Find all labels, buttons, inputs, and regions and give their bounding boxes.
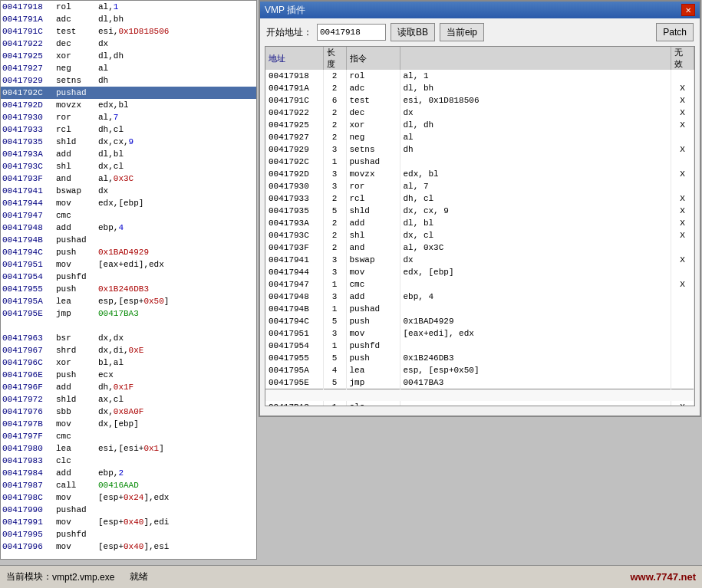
asm-row[interactable]: 00417983 clc	[1, 455, 256, 467]
vmp-row-addr: 0041793A	[265, 217, 323, 229]
asm-row[interactable]: 0041792C pushad	[1, 87, 256, 99]
asm-row[interactable]: 00417996 mov [esp+0x40],esi	[1, 540, 256, 553]
vmp-table-row[interactable]: 0041792C 1 pushad	[265, 156, 694, 168]
asm-row[interactable]: 0041794B pushad	[1, 234, 256, 246]
asm-row[interactable]: 00417947 cmc	[1, 209, 256, 222]
vmp-row-flag: X	[671, 143, 694, 156]
asm-mnemonic: rol	[54, 1, 97, 13]
asm-row[interactable]: 00417967 shrd dx,di,0xE	[1, 344, 256, 356]
asm-row[interactable]: 00417963 bsr dx,dx	[1, 332, 256, 344]
vmp-row-ops: esp, [esp+0x50]	[400, 364, 671, 376]
vmp-row-addr: 0041795A	[265, 364, 323, 376]
asm-operands: dx,0x8A0F	[97, 406, 256, 418]
vmp-row-ins: jmp	[346, 376, 400, 389]
asm-row[interactable]: 00417948 add ebp,4	[1, 222, 256, 234]
vmp-table-row[interactable]: 0041793A 2 add dl, bl X	[265, 217, 694, 229]
vmp-row-ops: dl, bh	[400, 82, 671, 94]
asm-row[interactable]: 0041795E jmp 00417BA3	[1, 307, 256, 320]
asm-row[interactable]: 0041793A add dl,bl	[1, 148, 256, 160]
asm-row[interactable]: 00417980 lea esi,[esi+0x1]	[1, 442, 256, 455]
asm-row[interactable]: 00417929 setns dh	[1, 74, 256, 87]
vmp-table-row[interactable]: 00417922 2 dec dx X	[265, 107, 694, 119]
patch-button[interactable]: Patch	[656, 23, 694, 41]
asm-row[interactable]: 00417955 push 0x1B246DB3	[1, 283, 256, 295]
vmp-table-row[interactable]: 0041795E 5 jmp 00417BA3	[265, 376, 694, 389]
asm-row[interactable]: 00417984 add ebp,2	[1, 467, 256, 479]
asm-row[interactable]: 00417976 sbb dx,0x8A0F	[1, 406, 256, 418]
asm-row[interactable]: 0041797F cmc	[1, 430, 256, 442]
asm-row[interactable]: 0041791A adc dl,bh	[1, 13, 256, 25]
asm-row[interactable]: 0041796F add dh,0x1F	[1, 381, 256, 393]
vmp-table-row[interactable]: 00417918 2 rol al, 1	[265, 70, 694, 82]
vmp-table-row[interactable]: 00417954 1 pushfd	[265, 340, 694, 352]
vmp-table-row[interactable]: 00417925 2 xor dl, dh X	[265, 119, 694, 131]
vmp-row-ins: rcl	[346, 192, 400, 205]
asm-row[interactable]: 00417941 bswap dx	[1, 185, 256, 197]
vmp-table-row[interactable]: 0041795A 4 lea esp, [esp+0x50]	[265, 364, 694, 376]
read-bb-button[interactable]: 读取BB	[391, 23, 435, 41]
asm-row[interactable]: 00417930 ror al,7	[1, 111, 256, 123]
vmp-row-ins: push	[346, 315, 400, 327]
vmp-table-row[interactable]: 00417947 1 cmc X	[265, 278, 694, 291]
vmp-table-row[interactable]: 0041793C 2 shl dx, cl X	[265, 229, 694, 241]
asm-mnemonic: pushad	[54, 234, 97, 246]
asm-row[interactable]: 00417995 pushfd	[1, 528, 256, 540]
vmp-table-row[interactable]: 00417944 3 mov edx, [ebp]	[265, 266, 694, 278]
asm-row[interactable]: 00417918 rol al,1	[1, 1, 256, 13]
asm-row[interactable]: 0041797B mov dx,[ebp]	[1, 418, 256, 430]
vmp-table-row[interactable]: 00417BA3 1 clc X	[265, 401, 694, 406]
vmp-row-ins: dec	[346, 107, 400, 119]
asm-row[interactable]: 00417987 call 00416AAD	[1, 479, 256, 491]
asm-row[interactable]: 00417927 neg al	[1, 62, 256, 74]
vmp-row-len: 2	[323, 82, 346, 94]
asm-addr: 00417980	[1, 442, 54, 455]
vmp-table-row[interactable]: 0041794C 5 push 0x1BAD4929	[265, 315, 694, 327]
asm-row[interactable]: 0041796C xor bl,al	[1, 356, 256, 369]
asm-row[interactable]: 00417922 dec dx	[1, 38, 256, 50]
asm-row[interactable]: 00417933 rcl dh,cl	[1, 123, 256, 136]
asm-row[interactable]: 00417935 shld dx,cx,9	[1, 136, 256, 148]
vmp-table-row[interactable]: 00417927 2 neg al	[265, 131, 694, 143]
asm-mnemonic: bsr	[54, 332, 97, 344]
vmp-table-row[interactable]: 00417933 2 rcl dh, cl X	[265, 192, 694, 205]
asm-row[interactable]: 00417925 xor dl,dh	[1, 50, 256, 62]
vmp-table-row[interactable]: 00417935 5 shld dx, cx, 9 X	[265, 205, 694, 217]
close-button[interactable]: ✕	[681, 4, 695, 16]
asm-row[interactable]: 0041792D movzx edx,bl	[1, 99, 256, 111]
asm-row[interactable]: 0041793C shl dx,cl	[1, 160, 256, 172]
vmp-table-row[interactable]: 00417941 3 bswap dx X	[265, 254, 694, 266]
vmp-table-row[interactable]: 0041791A 2 adc dl, bh X	[265, 82, 694, 94]
current-eip-button[interactable]: 当前eip	[440, 23, 484, 41]
asm-row[interactable]: 0041794C push 0x1BAD4929	[1, 246, 256, 258]
vmp-row-flag: X	[671, 168, 694, 180]
vmp-table-row[interactable]: 0041794B 1 pushad	[265, 303, 694, 315]
asm-row[interactable]: 0041798C mov [esp+0x24],edx	[1, 491, 256, 504]
vmp-table-row[interactable]: 0041792D 3 movzx edx, bl X	[265, 168, 694, 180]
asm-row[interactable]: 0041791C test esi,0x1D818506	[1, 25, 256, 38]
vmp-table-row[interactable]: 00417948 3 add ebp, 4	[265, 291, 694, 303]
vmp-table-row[interactable]: 00417955 5 push 0x1B246DB3	[265, 352, 694, 364]
vmp-table-row[interactable]: 00417951 3 mov [eax+edi], edx	[265, 327, 694, 340]
asm-row[interactable]: 0041796E push ecx	[1, 369, 256, 381]
vmp-table-container[interactable]: 地址 长度 指令 无效 00417918 2 rol al, 1 0041791…	[265, 46, 695, 406]
vmp-row-ops: al, 7	[400, 180, 671, 192]
asm-row[interactable]: 00417954 pushfd	[1, 271, 256, 283]
vmp-row-ins: lea	[346, 364, 400, 376]
asm-row[interactable]: 00417972 shld ax,cl	[1, 393, 256, 406]
vmp-table-row[interactable]: 0041791C 6 test esi, 0x1D818506 X	[265, 94, 694, 107]
vmp-row-ins: mov	[346, 327, 400, 340]
vmp-table-row[interactable]: 0041793F 2 and al, 0x3C	[265, 241, 694, 254]
asm-row[interactable]: 00417944 mov edx,[ebp]	[1, 197, 256, 209]
asm-row[interactable]: 0041793F and al,0x3C	[1, 172, 256, 185]
asm-row[interactable]: 00417990 pushad	[1, 504, 256, 516]
asm-row[interactable]: 00417951 mov [eax+edi],edx	[1, 258, 256, 271]
asm-operands: [esp+0x24],edx	[97, 491, 256, 504]
vmp-row-addr: 00417941	[265, 254, 323, 266]
asm-row[interactable]: 0041795A lea esp,[esp+0x50]	[1, 295, 256, 307]
vmp-row-ops: 0x1B246DB3	[400, 352, 671, 364]
addr-input[interactable]	[317, 24, 386, 41]
asm-row[interactable]: 00417991 mov [esp+0x40],edi	[1, 516, 256, 528]
vmp-table-row[interactable]: 00417930 3 ror al, 7	[265, 180, 694, 192]
vmp-table-row[interactable]: 00417929 3 setns dh X	[265, 143, 694, 156]
vmp-row-len: 3	[323, 254, 346, 266]
